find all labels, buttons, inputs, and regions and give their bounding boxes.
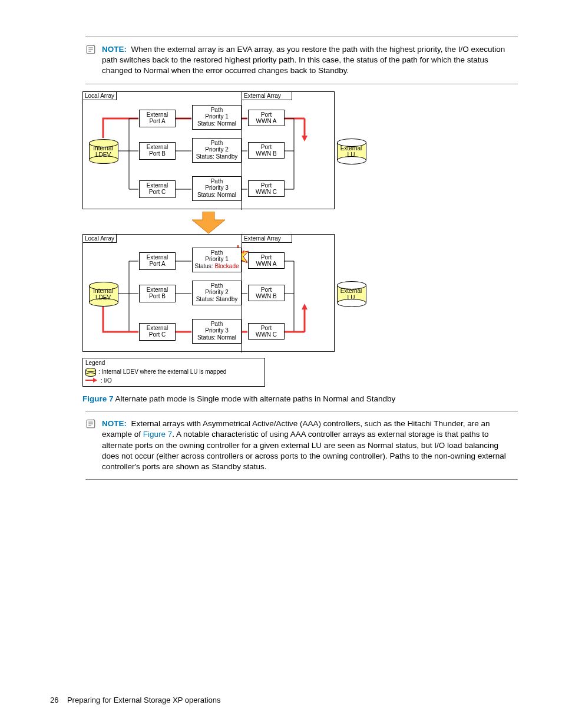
port-b: ExternalPort B <box>139 142 176 160</box>
svg-marker-4 <box>302 136 308 141</box>
divider <box>85 479 518 480</box>
divider <box>85 84 518 84</box>
divider <box>85 411 518 411</box>
wwn-a: PortWWN A <box>248 252 285 269</box>
wwn-c: PortWWN C <box>248 323 285 340</box>
diagram-top-array: Local Array External Array <box>82 91 335 209</box>
path-1: PathPriority 1Status: Normal <box>192 105 242 130</box>
note-label: NOTE: <box>102 419 127 428</box>
port-b: ExternalPort B <box>139 285 176 302</box>
wwn-c: PortWWN C <box>248 180 285 197</box>
external-lu-top: ExternalLU <box>337 139 365 163</box>
port-c: ExternalPort C <box>139 180 176 198</box>
svg-marker-48 <box>93 378 97 383</box>
path-2: PathPriority 2Status: Standby <box>192 138 242 163</box>
note-block-1: NOTE: When the external array is an EVA … <box>85 44 518 77</box>
port-a: ExternalPort A <box>139 110 176 127</box>
page-footer: 26 Preparing for External Storage XP ope… <box>50 696 221 704</box>
figure-caption: Figure 7 Alternate path mode is Single m… <box>82 394 518 404</box>
figure-caption-text: Alternate path mode is Single mode with … <box>114 394 396 403</box>
figure-link[interactable]: Figure 7 <box>143 430 173 439</box>
wwn-a: PortWWN A <box>248 110 285 126</box>
figure-diagram: Local Array External Array <box>82 91 336 387</box>
path-1: PathPriority 1Status: Blockade <box>192 248 242 272</box>
section-title: Preparing for External Storage XP operat… <box>67 696 221 704</box>
note-icon <box>85 44 96 77</box>
svg-marker-45 <box>302 304 308 309</box>
divider <box>85 37 518 37</box>
down-arrow-icon <box>82 212 335 235</box>
svg-marker-23 <box>192 212 225 233</box>
arrow-icon <box>85 377 97 383</box>
diagram-legend: Legend : Internal LDEV where the externa… <box>82 358 265 387</box>
legend-item-1: : Internal LDEV where the external LU is… <box>85 368 262 376</box>
cylinder-icon <box>85 368 95 376</box>
note-text-1: NOTE: When the external array is an EVA … <box>102 44 518 77</box>
note-icon <box>85 419 96 472</box>
legend-item-2: : I/O <box>85 377 262 384</box>
diagram-bottom-array: Local Array External Array <box>82 234 335 352</box>
wwn-b: PortWWN B <box>248 142 285 159</box>
internal-ldev: InternalLDEV <box>89 139 117 163</box>
page-number: 26 <box>50 696 58 704</box>
external-lu-bottom: ExternalLU <box>337 281 365 306</box>
note-block-2: NOTE: External arrays with Asymmetrical … <box>85 419 518 472</box>
path-2: PathPriority 2Status: Standby <box>192 281 242 305</box>
legend-title: Legend <box>85 360 262 366</box>
wwn-b: PortWWN B <box>248 285 285 301</box>
note-label: NOTE: <box>102 45 127 54</box>
note-text-2: NOTE: External arrays with Asymmetrical … <box>102 419 518 472</box>
note-body: When the external array is an EVA array,… <box>102 45 505 75</box>
port-a: ExternalPort A <box>139 252 176 270</box>
path-3: PathPriority 3Status: Normal <box>192 319 242 344</box>
internal-ldev: InternalLDEV <box>89 282 117 305</box>
path-3: PathPriority 3Status: Normal <box>192 176 242 201</box>
port-c: ExternalPort C <box>139 323 176 341</box>
figure-label: Figure 7 <box>82 394 114 403</box>
